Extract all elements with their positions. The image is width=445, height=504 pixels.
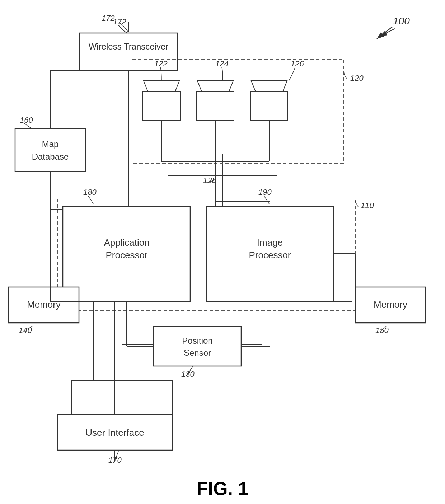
- svg-text:126: 126: [291, 59, 304, 68]
- svg-marker-36: [251, 81, 287, 91]
- svg-text:User Interface: User Interface: [85, 427, 144, 438]
- svg-text:122: 122: [154, 59, 168, 68]
- svg-text:190: 190: [258, 188, 272, 197]
- svg-marker-33: [197, 81, 233, 91]
- svg-text:128: 128: [203, 176, 216, 185]
- ref-100-label: 100: [393, 15, 410, 27]
- diagram: 100 Wireless Transceiver 172 120 122 124…: [0, 0, 445, 504]
- svg-text:124: 124: [215, 59, 229, 68]
- svg-text:172: 172: [113, 17, 126, 26]
- svg-text:FIG. 1: FIG. 1: [197, 478, 248, 499]
- svg-text:172: 172: [102, 14, 115, 23]
- svg-text:180: 180: [83, 188, 97, 197]
- svg-text:150: 150: [375, 326, 389, 335]
- svg-text:Processor: Processor: [106, 250, 147, 260]
- svg-text:Map: Map: [42, 139, 59, 149]
- svg-text:Database: Database: [32, 152, 69, 161]
- svg-text:Image: Image: [257, 237, 283, 248]
- main-diagram-svg: 100 Wireless Transceiver 172 120 122 124…: [0, 0, 445, 504]
- svg-line-24: [377, 27, 392, 39]
- svg-text:Memory: Memory: [27, 299, 61, 310]
- svg-text:130: 130: [181, 369, 195, 378]
- svg-text:Wireless Transceiver: Wireless Transceiver: [89, 42, 169, 51]
- svg-text:Position: Position: [182, 336, 212, 345]
- svg-rect-65: [154, 326, 241, 366]
- svg-rect-31: [143, 91, 180, 120]
- svg-text:Application: Application: [104, 237, 149, 248]
- svg-marker-30: [144, 81, 179, 91]
- svg-text:Memory: Memory: [374, 299, 407, 310]
- svg-text:160: 160: [20, 116, 33, 124]
- svg-text:Processor: Processor: [249, 250, 291, 260]
- svg-rect-37: [250, 91, 288, 120]
- svg-text:110: 110: [361, 201, 374, 210]
- svg-text:120: 120: [350, 74, 364, 83]
- svg-rect-34: [197, 91, 234, 120]
- svg-text:Sensor: Sensor: [184, 348, 211, 358]
